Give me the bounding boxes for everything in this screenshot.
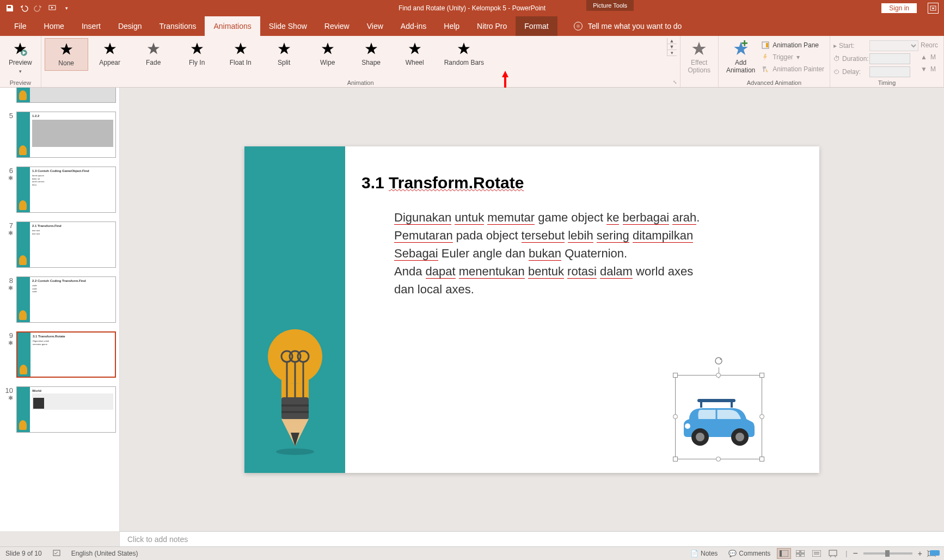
slide-canvas: 3.1 Transform.Rotate Digunakan untuk mem… [244,146,819,473]
resize-handle[interactable] [716,373,721,378]
slide-editor[interactable]: 3.1 Transform.Rotate Digunakan untuk mem… [120,88,944,531]
resize-handle[interactable] [759,373,764,378]
slide-thumbnail-panel[interactable]: 5 1.2.2 6✱ 1.3 Contoh Coding GameObject.… [0,88,120,531]
gallery-down-icon[interactable]: ▼ [667,44,677,50]
notes-area[interactable]: Click to add notes [120,531,944,546]
ribbon-tabs: File Home Insert Design Transitions Anim… [0,16,944,36]
preview-button[interactable]: Preview ▾ [3,38,38,77]
tab-addins[interactable]: Add-ins [392,16,435,36]
svg-rect-20 [697,399,735,402]
slideshow-view-icon[interactable] [826,548,840,559]
zoom-out-button[interactable]: − [853,549,857,558]
gallery-up-icon[interactable]: ▲ [667,38,677,44]
svg-rect-22 [731,402,733,408]
anim-shape[interactable]: Shape [350,38,393,71]
pane-icon [762,41,769,49]
resize-handle[interactable] [673,373,678,378]
svg-rect-6 [766,43,768,47]
animation-dialog-launcher-icon[interactable]: ⤡ [671,78,679,86]
notes-icon: 📄 [690,550,698,557]
tab-review[interactable]: Review [316,16,358,36]
resize-handle[interactable] [759,414,764,419]
start-dropdown[interactable] [869,40,918,51]
timing-group-label: Timing [833,78,940,87]
tab-nitropro[interactable]: Nitro Pro [468,16,516,36]
language-status[interactable]: English (United States) [71,550,138,557]
comments-button[interactable]: 💬Comments [724,549,775,558]
ribbon: Preview ▾ Preview None Appear Fade Fly I… [0,36,944,88]
tell-me[interactable]: Tell me what you want to do [574,16,682,36]
slide-thumb[interactable] [0,88,119,109]
animation-pane-button[interactable]: Animation Pane [759,40,826,50]
tab-home[interactable]: Home [35,16,73,36]
zoom-in-button[interactable]: + [918,549,922,558]
signin-button[interactable]: Sign in [881,3,917,13]
delay-label: ⏲ Delay: [833,68,866,76]
star-icon [146,41,161,57]
tab-transitions[interactable]: Transitions [151,16,205,36]
resize-handle[interactable] [673,457,678,461]
anim-randombars[interactable]: Random Bars [437,38,492,71]
slide-thumb[interactable]: 8✱ 2.2 Contoh Coding Transform.Findcodec… [0,274,119,329]
gallery-more-icon[interactable]: ▾ [667,50,677,56]
delay-input[interactable] [869,66,910,77]
notes-button[interactable]: 📄Notes [686,549,722,558]
redo-icon[interactable] [34,4,42,13]
tab-format[interactable]: Format [516,16,557,36]
anim-flyin[interactable]: Fly In [175,38,219,71]
tab-insert[interactable]: Insert [73,16,109,36]
slide-sidebar-decoration [244,146,345,473]
slide-sorter-view-icon[interactable] [793,548,807,559]
animation-group-label: Animation [45,78,677,87]
duration-input[interactable] [869,53,910,64]
animation-indicator-icon: ✱ [3,175,13,182]
anim-split[interactable]: Split [262,38,306,71]
start-from-beginning-icon[interactable] [48,4,57,13]
slide-thumb[interactable]: 9✱ 3.1 Transform.RotateDigunakan untukme… [0,329,119,384]
add-animation-button[interactable]: Add Animation [722,38,759,77]
zoom-slider[interactable] [863,552,912,555]
star-icon [320,41,335,57]
tab-slideshow[interactable]: Slide Show [260,16,316,36]
svg-rect-11 [281,404,309,407]
slide-title[interactable]: 3.1 Transform.Rotate [361,174,792,192]
trigger-button: Trigger ▾ [759,52,826,62]
animation-painter-button: Animation Painter [759,64,826,74]
resize-handle[interactable] [759,457,764,461]
tab-help[interactable]: Help [435,16,468,36]
rotate-handle-icon[interactable] [714,356,723,365]
anim-wipe[interactable]: Wipe [306,38,350,71]
svg-rect-34 [796,554,800,557]
normal-view-icon[interactable] [777,548,791,559]
slide-counter[interactable]: Slide 9 of 10 [5,550,42,557]
star-icon [456,41,471,57]
slide-thumb[interactable]: 5 1.2.2 [0,109,119,164]
reading-view-icon[interactable] [810,548,824,559]
anim-appear[interactable]: Appear [88,38,132,71]
anim-none[interactable]: None [45,38,88,71]
undo-icon[interactable] [20,4,28,13]
tab-view[interactable]: View [358,16,392,36]
qat-more-icon[interactable]: ▾ [62,4,71,13]
slide-thumb[interactable]: 6✱ 1.3 Contoh Coding GameObject.Findlore… [0,164,119,219]
anim-fade[interactable]: Fade [132,38,175,71]
ribbon-display-options-icon[interactable] [928,3,939,14]
slide-thumb[interactable]: 7✱ 2.1 Transform.Findtext texttext text [0,219,119,274]
star-plus-icon [732,40,750,58]
zoom-slider-thumb[interactable] [885,550,890,557]
notes-gutter [0,531,120,546]
move-later-button: ▼ M [918,64,940,74]
resize-handle[interactable] [673,414,678,419]
anim-floatin[interactable]: Float In [219,38,262,71]
titlebar: ▾ Find and Rotate (Unity) - Kelompok 5 -… [0,0,944,16]
spellcheck-icon[interactable] [53,549,60,558]
resize-handle[interactable] [716,457,721,461]
slide-body[interactable]: Digunakan untuk memutar game object ke b… [394,208,792,298]
anim-wheel[interactable]: Wheel [393,38,437,71]
save-icon[interactable] [5,4,14,13]
tab-file[interactable]: File [5,16,35,36]
tab-design[interactable]: Design [109,16,151,36]
slide-thumb[interactable]: 10✱ World [0,384,119,439]
tab-animations[interactable]: Animations [205,16,260,36]
selected-car-image[interactable] [675,375,762,459]
